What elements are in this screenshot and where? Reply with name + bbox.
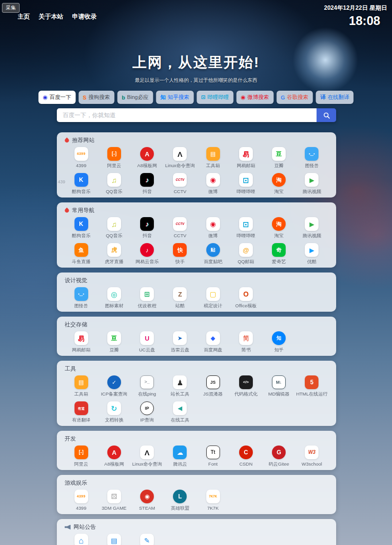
link-item[interactable]: ✎申请收录 — [131, 534, 164, 545]
link-item[interactable]: 5HTML在线运行 — [295, 375, 328, 397]
link-item[interactable]: ▤工具箱 — [65, 375, 98, 397]
link-item[interactable]: ⊡哔哩哔哩 — [229, 217, 262, 239]
link-item[interactable]: 豆豆瓣 — [263, 147, 295, 169]
xunlei-drive-logo: ➤ — [173, 331, 187, 345]
weibo-logo: ◉ — [206, 173, 220, 187]
link-item[interactable]: JSJS混淆器 — [196, 375, 229, 397]
link-label: 3DM GAME — [102, 505, 127, 511]
search-tab-0[interactable]: ◉百度一下 — [38, 91, 75, 104]
link-item[interactable]: W3W3school — [295, 446, 328, 468]
link-item[interactable]: ⊞优设教程 — [131, 287, 164, 309]
link-item[interactable]: 淘淘宝 — [263, 217, 295, 239]
link-item[interactable]: ⌂官方主页 — [65, 534, 98, 545]
search-tab-4[interactable]: ⊡哔哩哔哩 — [196, 91, 233, 104]
search-tab-5[interactable]: ◉微博搜索 — [236, 91, 273, 104]
link-item[interactable]: G码云Gitee — [263, 446, 295, 468]
link-item[interactable]: 知知乎 — [263, 331, 295, 353]
megaphone-icon — [65, 525, 71, 530]
collect-badge[interactable]: 采集 — [2, 3, 20, 13]
link-item[interactable]: ◎图标素材 — [98, 287, 130, 309]
search-input[interactable] — [57, 108, 317, 122]
top-nav-link-2[interactable]: 申请收录 — [72, 13, 97, 21]
link-item[interactable]: Z站酷 — [164, 287, 196, 309]
link-item[interactable]: [-]阿里云 — [98, 147, 130, 169]
link-item[interactable]: ▶腾讯视频 — [295, 217, 328, 239]
search-tab-1[interactable]: S搜狗搜索 — [78, 91, 114, 104]
link-item[interactable]: ◉微博 — [196, 173, 229, 195]
search-tab-6[interactable]: G谷歌搜索 — [276, 91, 313, 104]
link-item[interactable]: ♫QQ音乐 — [98, 173, 130, 195]
link-item[interactable]: ◉微博 — [196, 217, 229, 239]
top-nav-link-0[interactable]: 主页 — [18, 13, 30, 21]
link-item[interactable]: 快快手 — [164, 243, 196, 265]
link-label: 4399 — [76, 505, 86, 511]
link-item[interactable]: CCTVCCTV — [164, 217, 196, 239]
link-item[interactable]: ☁腾讯云 — [164, 446, 196, 468]
baidu-pan-logo: ◆ — [206, 331, 220, 345]
link-item[interactable]: ♪网易云音乐 — [131, 243, 164, 265]
link-item[interactable]: 有道有道翻译 — [65, 401, 98, 423]
link-item[interactable]: •‿•图怪兽 — [295, 147, 328, 169]
link-item[interactable]: ➤迅雷云盘 — [164, 331, 196, 353]
link-item[interactable]: 易网易邮箱 — [65, 331, 98, 353]
link-item[interactable]: UUC云盘 — [131, 331, 164, 353]
link-item[interactable]: AA8模板网 — [98, 446, 130, 468]
link-item[interactable]: @QQ邮箱 — [229, 243, 262, 265]
link-item[interactable]: 淘淘宝 — [263, 173, 295, 195]
link-item[interactable]: ◉STEAM — [131, 490, 164, 512]
search-tab-2[interactable]: bBing必应 — [117, 91, 153, 104]
link-item[interactable]: CCTVCCTV — [164, 173, 196, 195]
search-tab-3[interactable]: 知知乎搜索 — [156, 91, 194, 104]
link-item[interactable]: ▶优酷 — [295, 243, 328, 265]
link-item[interactable]: 7K7K7K7K — [196, 490, 229, 512]
link-item[interactable]: 43994399 — [65, 490, 98, 512]
link-item[interactable]: 奇爱奇艺 — [263, 243, 295, 265]
link-item[interactable]: </>代码格式化 — [229, 375, 262, 397]
search-button[interactable] — [317, 108, 336, 122]
link-item[interactable]: ♫QQ音乐 — [98, 217, 130, 239]
link-item[interactable]: ΛLinux命令查询 — [164, 147, 196, 169]
link-item[interactable]: ΛLinux命令查询 — [131, 446, 164, 468]
link-item[interactable]: ▶腾讯视频 — [295, 173, 328, 195]
link-item[interactable]: ⚄3DM GAME — [98, 490, 130, 512]
link-item[interactable]: 43994399 — [65, 147, 98, 169]
search-tab-7[interactable]: 译在线翻译 — [316, 91, 354, 104]
link-item[interactable]: ◆百度网盘 — [196, 331, 229, 353]
link-item[interactable]: ◀在线工具 — [164, 401, 196, 423]
link-item[interactable]: 易网易邮箱 — [229, 147, 262, 169]
html5-icon: 5 — [305, 375, 318, 389]
link-item[interactable]: CCSDN — [229, 446, 262, 468]
link-label: 7K7K — [207, 505, 219, 511]
link-item[interactable]: •‿•图怪兽 — [65, 287, 98, 309]
link-item[interactable]: ↻文档转换 — [98, 401, 130, 423]
link-item[interactable]: M↓MD编辑器 — [263, 375, 295, 397]
link-item[interactable]: ✓ICP备案查询 — [98, 375, 130, 397]
link-item[interactable]: IPIP查询 — [131, 401, 164, 423]
link-item[interactable]: K酷狗音乐 — [65, 217, 98, 239]
link-item[interactable]: ▢稿定设计 — [196, 287, 229, 309]
link-item[interactable]: OOffice模板 — [229, 287, 262, 309]
link-label: 网易邮箱 — [237, 163, 255, 169]
link-item[interactable]: 贴百度贴吧 — [196, 243, 229, 265]
link-item[interactable]: TtFont — [196, 446, 229, 468]
link-item[interactable]: 豆豆瓣 — [98, 331, 130, 353]
top-nav-link-1[interactable]: 关于本站 — [39, 13, 63, 21]
link-label: 稿定设计 — [204, 303, 222, 309]
link-item[interactable]: 鱼斗鱼直播 — [65, 243, 98, 265]
link-item[interactable]: ♟站长工具 — [164, 375, 196, 397]
link-item[interactable]: 简简书 — [229, 331, 262, 353]
link-label: 英雄联盟 — [171, 505, 189, 512]
link-item[interactable]: K酷狗音乐 — [65, 173, 98, 195]
link-item[interactable]: ▤关于本站 — [98, 534, 130, 545]
link-item[interactable]: ⊡哔哩哔哩 — [229, 173, 262, 195]
link-item[interactable]: L英雄联盟 — [164, 490, 196, 512]
link-grid-games: 43994399⚄3DM GAME◉STEAML英雄联盟7K7K7K7K — [65, 490, 328, 512]
link-item[interactable]: ♪抖音 — [131, 217, 164, 239]
link-item[interactable]: >_在线ping — [131, 375, 164, 397]
link-item[interactable]: [-]阿里云 — [65, 446, 98, 468]
link-item[interactable]: ▤工具箱 — [196, 147, 229, 169]
link-item[interactable]: 虎虎牙直播 — [98, 243, 130, 265]
link-item[interactable]: ♪抖音 — [131, 173, 164, 195]
link-item[interactable]: AA8模板网 — [131, 147, 164, 169]
markdown-icon: M↓ — [272, 375, 286, 389]
